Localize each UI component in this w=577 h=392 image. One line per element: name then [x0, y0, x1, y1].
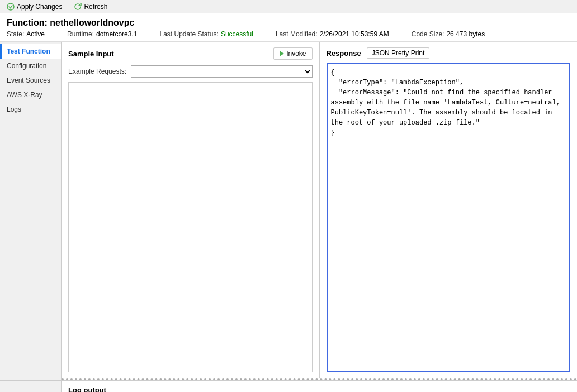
runtime-info: Runtime: dotnetcore3.1 — [67, 30, 137, 38]
main-layout: Test Function Configuration Event Source… — [0, 42, 577, 380]
content-area: Sample Input Invoke Example Requests: Re… — [62, 42, 577, 380]
last-modified-value: 2/26/2021 10:53:59 AM — [320, 30, 389, 38]
json-pretty-print-button[interactable]: JSON Pretty Print — [367, 47, 430, 59]
refresh-button[interactable]: Refresh — [70, 2, 111, 12]
state-value: Active — [26, 30, 45, 38]
sidebar-item-aws-xray[interactable]: AWS X-Ray — [0, 88, 61, 102]
response-header: Response JSON Pretty Print — [327, 47, 571, 59]
sample-input-textarea[interactable] — [68, 82, 313, 372]
test-panel: Sample Input Invoke Example Requests: Re… — [62, 42, 577, 380]
toolbar-separator — [68, 2, 68, 11]
sidebar-item-logs[interactable]: Logs — [0, 102, 61, 117]
meta-info: State: Active Runtime: dotnetcore3.1 Las… — [7, 30, 570, 38]
response-textarea[interactable] — [327, 63, 571, 372]
response-pane: Response JSON Pretty Print — [320, 42, 578, 378]
response-title: Response — [327, 49, 361, 58]
play-icon — [280, 51, 284, 56]
code-size-value: 26 473 bytes — [446, 30, 485, 38]
sample-input-pane: Sample Input Invoke Example Requests: — [62, 42, 320, 378]
apply-changes-icon — [7, 3, 15, 11]
apply-changes-button[interactable]: Apply Changes — [3, 2, 65, 12]
page-header: Function: nethelloworldnovpc State: Acti… — [0, 13, 577, 42]
code-size-info: Code Size: 26 473 bytes — [412, 30, 485, 38]
sidebar-item-configuration[interactable]: Configuration — [0, 59, 61, 73]
sample-input-title: Sample Input — [68, 50, 114, 58]
last-update-value: Successful — [221, 30, 253, 38]
page-title: Function: nethelloworldnovpc — [7, 18, 570, 28]
last-update-info: Last Update Status: Successful — [159, 30, 253, 38]
sidebar: Test Function Configuration Event Source… — [0, 42, 62, 380]
bottom-section: Log output START RequestId: b637d7ef-254… — [0, 380, 577, 392]
refresh-icon — [74, 3, 82, 11]
log-section: Log output START RequestId: b637d7ef-254… — [62, 381, 577, 392]
state-info: State: Active — [7, 30, 45, 38]
svg-point-0 — [7, 3, 14, 10]
sample-input-header: Sample Input Invoke — [68, 47, 313, 60]
toolbar: Apply Changes Refresh — [0, 0, 577, 13]
sidebar-item-event-sources[interactable]: Event Sources — [0, 73, 61, 88]
invoke-button[interactable]: Invoke — [273, 47, 312, 60]
sidebar-bottom-spacer — [0, 381, 62, 392]
last-modified-info: Last Modified: 2/26/2021 10:53:59 AM — [276, 30, 389, 38]
example-requests-select[interactable] — [131, 65, 312, 78]
example-requests-label: Example Requests: — [68, 68, 126, 75]
runtime-value: dotnetcore3.1 — [96, 30, 137, 38]
log-title: Log output — [68, 386, 570, 392]
sidebar-item-test-function[interactable]: Test Function — [0, 44, 61, 59]
example-requests-row: Example Requests: — [68, 65, 313, 78]
